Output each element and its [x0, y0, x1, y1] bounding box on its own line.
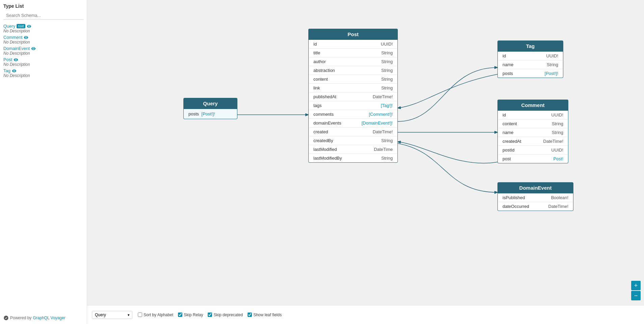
zoom-out-button[interactable]: − — [631, 291, 641, 300]
post-row-comments: comments[Comment!]! — [309, 110, 397, 119]
sort-alpha-text: Sort by Alphabet — [144, 313, 173, 317]
tag-box-header: Tag — [497, 40, 563, 52]
sort-alpha-label: Sort by Alphabet — [138, 313, 173, 317]
comment-name-text: Comment — [3, 35, 22, 40]
query-name-text: Query — [3, 24, 15, 29]
type-select-wrapper: Query — [92, 311, 132, 319]
sidebar-item-tag-desc: No Description — [3, 73, 83, 78]
sidebar-item-post-name[interactable]: Post — [3, 57, 83, 62]
posts-type-link[interactable]: [Post!]! — [201, 111, 215, 116]
sidebar-item-query: Query root No Description — [0, 22, 87, 33]
query-box: Query posts [Post!]! — [183, 98, 237, 119]
sidebar-item-comment-desc: No Description — [3, 40, 83, 45]
sidebar-item-tag-name[interactable]: Tag — [3, 68, 83, 73]
post-box-body: idUUID! titleString authorString abstrac… — [308, 40, 398, 163]
sidebar-item-comment-name[interactable]: Comment — [3, 35, 83, 40]
comment-row-content: contentString — [498, 119, 568, 128]
sidebar-item-domainevent: DomainEvent No Description — [0, 45, 87, 56]
post-box: Post idUUID! titleString authorString ab… — [308, 29, 398, 163]
comment-box-body: idUUID! contentString nameString created… — [497, 111, 568, 163]
root-badge: root — [17, 24, 25, 28]
comment-row-id: idUUID! — [498, 111, 568, 119]
post-row-title: titleString — [309, 49, 397, 57]
toolbar-checkbox-group: Sort by Alphabet Skip Relay Skip depreca… — [138, 313, 282, 317]
query-row-posts: posts [Post!]! — [188, 111, 232, 116]
bottom-toolbar: Query Sort by Alphabet Skip Relay Skip d… — [87, 305, 644, 324]
post-row-publishedat: publishedAtDateTime! — [309, 92, 397, 101]
post-row-abstraction: abstractionString — [309, 66, 397, 75]
comment-row-postid: postIdUUID! — [498, 146, 568, 155]
sidebar-item-query-desc: No Description — [3, 29, 83, 33]
comment-eye-icon[interactable] — [24, 35, 28, 40]
search-input[interactable] — [3, 11, 83, 20]
query-box-body: posts [Post!]! — [183, 109, 237, 119]
sidebar-item-domainevent-name[interactable]: DomainEvent — [3, 46, 83, 51]
show-leaf-text: Show leaf fields — [253, 313, 282, 317]
tag-box: Tag idUUID! nameString posts[Post!]! — [497, 40, 563, 78]
footer-powered-text: Powered by — [10, 316, 31, 320]
comment-box: Comment idUUID! contentString nameString… — [497, 100, 568, 163]
sidebar-items: Query root No Description Comment No Des… — [0, 22, 87, 78]
tag-box-body: idUUID! nameString posts[Post!]! — [497, 52, 563, 78]
post-row-created: createdDateTime! — [309, 128, 397, 136]
show-leaf-label: Show leaf fields — [248, 313, 282, 317]
tag-eye-icon[interactable] — [12, 69, 17, 73]
svg-point-0 — [4, 316, 8, 320]
toolbar-left: Query Sort by Alphabet Skip Relay Skip d… — [92, 311, 639, 319]
post-row-tags: tags[Tag!]! — [309, 101, 397, 110]
domainevent-name-text: DomainEvent — [3, 46, 30, 51]
skip-deprecated-checkbox[interactable] — [208, 313, 212, 317]
post-row-createdby: createdByString — [309, 136, 397, 145]
sidebar-item-domainevent-desc: No Description — [3, 51, 83, 56]
domainevent-row-ispublished: isPublishedBoolean! — [498, 193, 573, 202]
type-select[interactable]: Query — [92, 311, 132, 319]
post-eye-icon[interactable] — [14, 57, 18, 62]
skip-relay-checkbox[interactable] — [178, 313, 182, 317]
comment-row-name: nameString — [498, 128, 568, 137]
tag-row-id: idUUID! — [498, 52, 563, 60]
query-eye-icon[interactable] — [27, 24, 31, 29]
skip-deprecated-label: Skip deprecated — [208, 313, 243, 317]
tag-row-name: nameString — [498, 60, 563, 69]
zoom-in-button[interactable]: + — [631, 281, 641, 290]
sort-alpha-checkbox[interactable] — [138, 313, 142, 317]
sidebar: Type List Query root No Description Comm… — [0, 0, 87, 324]
post-row-content: contentString — [309, 75, 397, 84]
domainevent-box-header: DomainEvent — [497, 182, 573, 193]
sidebar-item-post-desc: No Description — [3, 62, 83, 67]
post-box-header: Post — [308, 29, 398, 40]
comment-row-createdat: createdAtDateTime! — [498, 137, 568, 146]
footer-graphql-link[interactable]: GraphQL Voyager — [33, 316, 65, 320]
sidebar-footer: Powered by GraphQL Voyager — [3, 315, 66, 321]
post-row-domainevents: domainEvents[DomainEvent!]! — [309, 119, 397, 128]
tag-row-posts: posts[Post!]! — [498, 69, 563, 78]
skip-relay-label: Skip Relay — [178, 313, 203, 317]
domainevent-eye-icon[interactable] — [31, 46, 36, 51]
comment-row-post: postPost! — [498, 155, 568, 163]
post-row-link: linkString — [309, 84, 397, 92]
post-name-text: Post — [3, 57, 12, 62]
post-row-lastmodifiedby: lastModifiedByString — [309, 154, 397, 162]
sidebar-item-comment: Comment No Description — [0, 33, 87, 45]
post-row-author: authorString — [309, 57, 397, 66]
comment-box-header: Comment — [497, 100, 568, 111]
query-box-header: Query — [183, 98, 237, 109]
domainevent-box-body: isPublishedBoolean! dateOccurredDateTime… — [497, 193, 573, 211]
skip-deprecated-text: Skip deprecated — [213, 313, 243, 317]
tag-name-text: Tag — [3, 68, 10, 73]
sidebar-title: Type List — [0, 3, 87, 11]
show-leaf-checkbox[interactable] — [248, 313, 252, 317]
post-row-id: idUUID! — [309, 40, 397, 49]
main-canvas: Query posts [Post!]! Post idUUID! titleS… — [87, 0, 644, 324]
zoom-controls: + − — [631, 281, 641, 300]
domainevent-row-dateoccurred: dateOccurredDateTime! — [498, 202, 573, 211]
skip-relay-text: Skip Relay — [184, 313, 203, 317]
post-row-lastmodified: lastModifiedDateTime — [309, 145, 397, 154]
domainevent-box: DomainEvent isPublishedBoolean! dateOccu… — [497, 182, 573, 211]
voyager-logo-icon — [3, 315, 9, 321]
sidebar-item-tag: Tag No Description — [0, 67, 87, 78]
sidebar-item-query-name[interactable]: Query root — [3, 24, 83, 29]
sidebar-item-post: Post No Description — [0, 56, 87, 67]
